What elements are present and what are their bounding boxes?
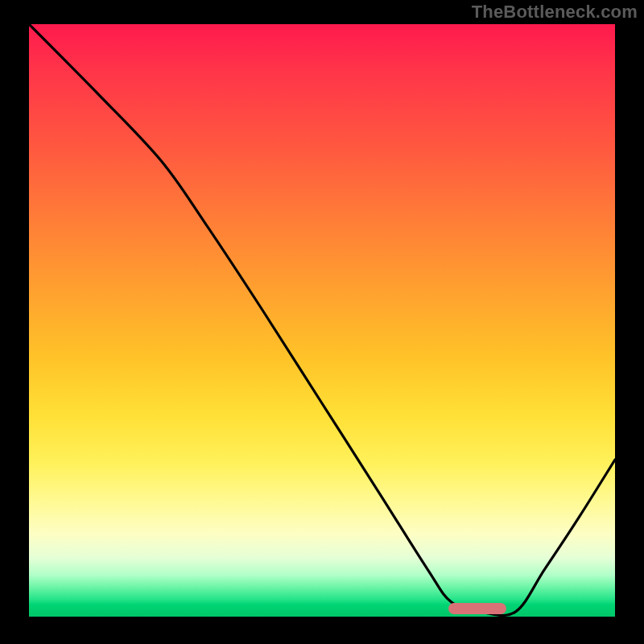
curve-svg (29, 24, 615, 617)
curve-path (29, 24, 615, 616)
plot-area (29, 24, 615, 617)
chart-stage: TheBottleneck.com (0, 0, 644, 644)
bottom-marker (448, 603, 507, 614)
watermark-text: TheBottleneck.com (472, 2, 638, 23)
